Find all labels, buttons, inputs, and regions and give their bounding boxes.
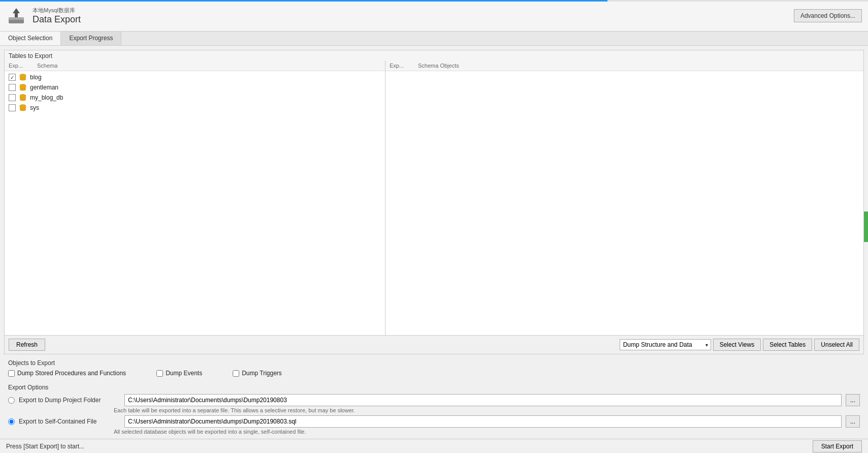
- db-icon-myblogdb: [19, 94, 27, 102]
- svg-point-10: [20, 109, 26, 111]
- triggers-checkbox[interactable]: [233, 370, 239, 377]
- tab-object-selection[interactable]: Object Selection: [0, 32, 61, 45]
- tables-panes: Exp... Schema: [5, 61, 863, 335]
- svg-point-4: [20, 78, 26, 80]
- schema-list: blog: [5, 71, 385, 335]
- events-checkbox[interactable]: [156, 370, 163, 377]
- objects-checkboxes-row: Dump Stored Procedures and Functions Dum…: [8, 370, 860, 377]
- db-icon-gentleman: [19, 83, 27, 92]
- right-col-objects: Schema Objects: [418, 63, 859, 69]
- tab-export-progress[interactable]: Export Progress: [61, 32, 121, 45]
- schema-name-blog: blog: [30, 74, 42, 81]
- export-folder-hint: Each table will be exported into a separ…: [114, 407, 860, 413]
- left-col-exp: Exp...: [9, 63, 29, 69]
- schema-name-gentleman: gentleman: [30, 84, 58, 91]
- export-file-path-input[interactable]: [124, 415, 842, 428]
- schema-item-blog[interactable]: blog: [5, 72, 385, 82]
- right-pane-header: Exp... Schema Objects: [385, 61, 863, 71]
- export-to-folder-row: Export to Dump Project Folder ...: [8, 394, 860, 406]
- top-bar: 本地Mysql数据库 Data Export Advanced Options.…: [0, 0, 868, 32]
- left-pane: Exp... Schema: [5, 61, 385, 335]
- export-folder-path-input[interactable]: [124, 394, 842, 406]
- schema-checkbox-sys[interactable]: [9, 104, 16, 111]
- svg-point-8: [20, 99, 26, 101]
- svg-rect-1: [9, 17, 24, 20]
- svg-point-6: [20, 88, 26, 90]
- schema-item-gentleman[interactable]: gentleman: [5, 82, 385, 93]
- advanced-options-button[interactable]: Advanced Options...: [794, 9, 862, 22]
- export-to-file-label: Export to Self-Contained File: [19, 418, 120, 425]
- stored-procedures-text: Dump Stored Procedures and Functions: [17, 370, 126, 377]
- dump-type-select[interactable]: Dump Structure and Data Dump Structure O…: [620, 339, 711, 350]
- schema-checkbox-gentleman[interactable]: [9, 84, 16, 91]
- schema-name-sys: sys: [30, 104, 39, 111]
- right-col-exp: Exp...: [390, 63, 410, 69]
- green-indicator: [864, 212, 868, 242]
- svg-marker-2: [13, 8, 20, 17]
- status-bar: Press [Start Export] to start... Start E…: [0, 439, 868, 453]
- schema-checkbox-myblogdb[interactable]: [9, 94, 16, 101]
- export-options-title: Export Options: [8, 384, 860, 391]
- tabs-bar: Object Selection Export Progress: [0, 32, 868, 46]
- start-export-button[interactable]: Start Export: [813, 440, 862, 452]
- stored-procedures-checkbox[interactable]: [8, 370, 15, 377]
- bottom-right-controls: Dump Structure and Data Dump Structure O…: [620, 339, 859, 351]
- dump-type-select-wrapper: Dump Structure and Data Dump Structure O…: [620, 339, 711, 350]
- schema-name-myblogdb: my_blog_db: [30, 94, 63, 101]
- export-to-folder-radio[interactable]: [8, 397, 15, 404]
- progress-bar-top: [0, 0, 868, 2]
- progress-bar-fill: [0, 0, 607, 2]
- status-text: Press [Start Export] to start...: [6, 443, 84, 450]
- stored-procedures-label[interactable]: Dump Stored Procedures and Functions: [8, 370, 126, 377]
- schema-objects-list: [385, 71, 863, 335]
- export-options-section: Export Options Export to Dump Project Fo…: [4, 382, 864, 439]
- triggers-text: Dump Triggers: [242, 370, 282, 377]
- events-label[interactable]: Dump Events: [156, 370, 202, 377]
- refresh-button[interactable]: Refresh: [9, 339, 45, 351]
- app-title-block: 本地Mysql数据库 Data Export: [33, 7, 81, 25]
- objects-to-export-title: Objects to Export: [8, 359, 860, 367]
- top-bar-left: 本地Mysql数据库 Data Export: [6, 6, 81, 26]
- export-folder-browse-button[interactable]: ...: [846, 394, 860, 406]
- export-file-hint: All selected database objects will be ex…: [114, 429, 860, 435]
- main-content: Tables to Export Exp... Schema: [0, 46, 868, 453]
- export-to-file-radio[interactable]: [8, 418, 15, 425]
- tables-bottom-bar: Refresh Dump Structure and Data Dump Str…: [5, 335, 863, 354]
- objects-to-export-section: Objects to Export Dump Stored Procedures…: [4, 357, 864, 379]
- left-col-schema: Schema: [37, 63, 381, 69]
- tables-export-section: Tables to Export Exp... Schema: [4, 50, 864, 354]
- app-subtitle: 本地Mysql数据库: [33, 7, 81, 14]
- events-text: Dump Events: [166, 370, 202, 377]
- triggers-label[interactable]: Dump Triggers: [233, 370, 282, 377]
- schema-checkbox-blog[interactable]: [9, 74, 16, 81]
- export-file-browse-button[interactable]: ...: [846, 415, 860, 428]
- app-icon: [6, 6, 26, 26]
- right-pane: Exp... Schema Objects: [385, 61, 863, 335]
- select-tables-button[interactable]: Select Tables: [763, 339, 812, 351]
- select-views-button[interactable]: Select Views: [713, 339, 761, 351]
- db-icon-blog: [19, 73, 27, 81]
- schema-item-myblogdb[interactable]: my_blog_db: [5, 93, 385, 103]
- export-to-folder-label: Export to Dump Project Folder: [19, 397, 120, 404]
- app-title: Data Export: [33, 14, 81, 25]
- schema-item-sys[interactable]: sys: [5, 103, 385, 113]
- export-to-file-row: Export to Self-Contained File ...: [8, 415, 860, 428]
- unselect-all-button[interactable]: Unselect All: [814, 339, 859, 351]
- db-icon-sys: [19, 104, 27, 112]
- left-pane-header: Exp... Schema: [5, 61, 385, 71]
- tables-export-label: Tables to Export: [5, 50, 863, 61]
